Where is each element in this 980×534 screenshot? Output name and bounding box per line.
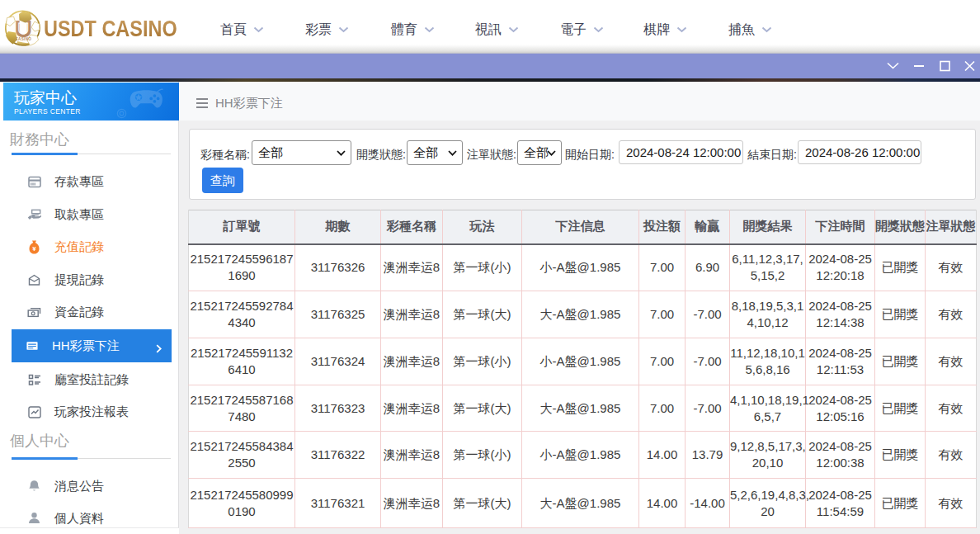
- svg-text:¥: ¥: [32, 244, 36, 252]
